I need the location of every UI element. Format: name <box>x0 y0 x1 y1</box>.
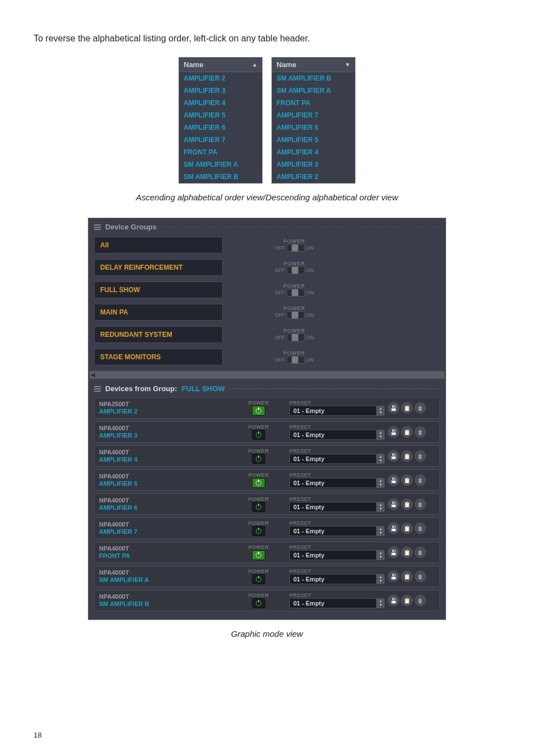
table-row[interactable]: FRONT PA <box>179 146 262 158</box>
save-icon[interactable]: 💾 <box>388 475 399 486</box>
horizontal-scrollbar[interactable]: ◀ <box>90 371 444 379</box>
table-header[interactable]: Name ▼ <box>272 58 355 72</box>
table-row[interactable]: AMPLIFIER 4 <box>179 97 262 109</box>
table-row[interactable]: AMPLIFIER 7 <box>272 109 355 121</box>
power-button[interactable] <box>252 526 265 536</box>
copy-icon[interactable]: 📋 <box>401 547 413 558</box>
copy-icon[interactable]: 📋 <box>401 595 413 606</box>
device-names[interactable]: NPA4000TSM AMPLIFIER A <box>99 569 245 584</box>
preset-label: PRESET <box>289 544 385 550</box>
power-toggle[interactable]: OFFON <box>273 356 316 364</box>
power-button[interactable] <box>252 454 265 464</box>
device-names[interactable]: NPA4000TSM AMPLIFIER B <box>99 593 245 608</box>
delete-icon[interactable]: 🗑 <box>415 571 426 582</box>
power-toggle[interactable]: OFFON <box>273 289 316 297</box>
device-model: NPA2500T <box>99 401 245 408</box>
power-toggle[interactable]: OFFON <box>273 334 316 341</box>
table-row[interactable]: AMPLIFIER 4 <box>272 146 355 158</box>
delete-icon[interactable]: 🗑 <box>415 426 426 438</box>
group-name-box[interactable]: FULL SHOW <box>94 281 223 298</box>
power-button[interactable] <box>252 574 265 584</box>
copy-icon[interactable]: 📋 <box>401 475 413 486</box>
power-button[interactable] <box>252 406 265 416</box>
delete-icon[interactable]: 🗑 <box>415 475 426 486</box>
table-row[interactable]: SM AMPLIFIER B <box>179 171 262 183</box>
save-icon[interactable]: 💾 <box>388 499 399 510</box>
power-toggle[interactable]: OFFON <box>273 311 316 319</box>
preset-stepper[interactable]: ▲▼ <box>377 526 385 536</box>
copy-icon[interactable]: 📋 <box>401 426 413 438</box>
power-button[interactable] <box>252 478 265 488</box>
delete-icon[interactable]: 🗑 <box>415 402 426 414</box>
copy-icon[interactable]: 📋 <box>401 450 413 462</box>
preset-stepper[interactable]: ▲▼ <box>377 574 385 584</box>
table-row[interactable]: AMPLIFIER 6 <box>272 121 355 134</box>
power-button[interactable] <box>252 550 265 560</box>
power-button[interactable] <box>252 430 265 440</box>
preset-stepper[interactable]: ▲▼ <box>377 478 385 488</box>
copy-icon[interactable]: 📋 <box>401 402 413 414</box>
group-name-box[interactable]: REDUNDANT SYSTEM <box>94 326 223 343</box>
group-name-box[interactable]: MAIN PA <box>94 304 223 321</box>
save-icon[interactable]: 💾 <box>388 595 399 606</box>
table-row[interactable]: AMPLIFIER 7 <box>179 134 262 146</box>
table-row[interactable]: SM AMPLIFIER B <box>272 72 355 84</box>
preset-select[interactable]: 01 - Empty▲▼ <box>289 478 385 488</box>
save-icon[interactable]: 💾 <box>388 547 399 558</box>
preset-select[interactable]: 01 - Empty▲▼ <box>289 502 385 512</box>
group-name-box[interactable]: All <box>94 237 223 253</box>
save-icon[interactable]: 💾 <box>388 571 399 582</box>
table-row[interactable]: AMPLIFIER 6 <box>179 121 262 134</box>
table-row[interactable]: AMPLIFIER 5 <box>272 134 355 146</box>
power-button[interactable] <box>252 598 265 608</box>
table-header[interactable]: Name ▲ <box>179 58 262 72</box>
preset-select[interactable]: 01 - Empty▲▼ <box>289 550 385 560</box>
device-names[interactable]: NPA4000TAMPLIFIER 4 <box>99 449 245 463</box>
table-row[interactable]: SM AMPLIFIER A <box>272 84 355 97</box>
delete-icon[interactable]: 🗑 <box>415 547 426 558</box>
device-names[interactable]: NPA4000TAMPLIFIER 6 <box>99 497 245 511</box>
power-label: POWER <box>249 448 269 454</box>
table-row[interactable]: AMPLIFIER 2 <box>272 171 355 183</box>
preset-stepper[interactable]: ▲▼ <box>377 406 385 416</box>
preset-stepper[interactable]: ▲▼ <box>377 430 385 440</box>
copy-icon[interactable]: 📋 <box>401 571 413 582</box>
preset-stepper[interactable]: ▲▼ <box>377 502 385 512</box>
device-names[interactable]: NPA2500TAMPLIFIER 2 <box>99 401 245 415</box>
save-icon[interactable]: 💾 <box>388 450 399 462</box>
device-names[interactable]: NPA4000TAMPLIFIER 5 <box>99 473 245 487</box>
delete-icon[interactable]: 🗑 <box>415 595 426 606</box>
power-toggle[interactable]: OFFON <box>273 266 316 274</box>
device-preset-col: PRESET01 - Empty▲▼ <box>289 448 385 464</box>
save-icon[interactable]: 💾 <box>388 402 399 414</box>
device-names[interactable]: NPA4000TAMPLIFIER 3 <box>99 425 245 439</box>
table-row[interactable]: AMPLIFIER 3 <box>179 84 262 97</box>
device-names[interactable]: NPA4000TFRONT PA <box>99 545 245 560</box>
preset-select[interactable]: 01 - Empty▲▼ <box>289 406 385 416</box>
table-row[interactable]: SM AMPLIFIER A <box>179 158 262 171</box>
save-icon[interactable]: 💾 <box>388 523 399 534</box>
save-icon[interactable]: 💾 <box>388 426 399 438</box>
device-names[interactable]: NPA4000TAMPLIFIER 7 <box>99 521 245 536</box>
copy-icon[interactable]: 📋 <box>401 499 413 510</box>
copy-icon[interactable]: 📋 <box>401 523 413 534</box>
group-name-box[interactable]: DELAY REINFORCEMENT <box>94 259 223 276</box>
preset-select[interactable]: 01 - Empty▲▼ <box>289 526 385 536</box>
delete-icon[interactable]: 🗑 <box>415 450 426 462</box>
power-button[interactable] <box>252 502 265 512</box>
delete-icon[interactable]: 🗑 <box>415 523 426 534</box>
preset-select[interactable]: 01 - Empty▲▼ <box>289 454 385 464</box>
group-name-box[interactable]: STAGE MONITORS <box>94 349 223 365</box>
power-toggle[interactable]: OFFON <box>273 244 316 252</box>
preset-select[interactable]: 01 - Empty▲▼ <box>289 430 385 440</box>
table-row[interactable]: FRONT PA <box>272 97 355 109</box>
preset-select[interactable]: 01 - Empty▲▼ <box>289 574 385 584</box>
delete-icon[interactable]: 🗑 <box>415 499 426 510</box>
table-row[interactable]: AMPLIFIER 3 <box>272 158 355 171</box>
table-row[interactable]: AMPLIFIER 2 <box>179 72 262 84</box>
table-row[interactable]: AMPLIFIER 5 <box>179 109 262 121</box>
preset-select[interactable]: 01 - Empty▲▼ <box>289 598 385 608</box>
preset-stepper[interactable]: ▲▼ <box>377 598 385 608</box>
preset-stepper[interactable]: ▲▼ <box>377 454 385 464</box>
preset-stepper[interactable]: ▲▼ <box>377 550 385 560</box>
